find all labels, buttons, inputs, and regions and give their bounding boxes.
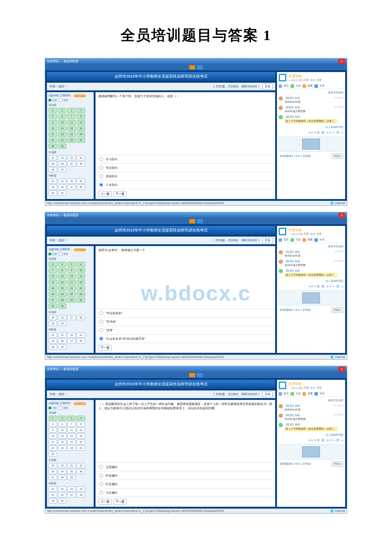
next-button[interactable]: 下一题 [113, 191, 127, 197]
answer-option[interactable]: 资源取向 [96, 172, 275, 180]
side-footer-button[interactable]: 开始心 [331, 153, 343, 159]
side-footer-button[interactable]: 开始心 [331, 461, 343, 467]
prev-button[interactable]: 上一题 [98, 191, 112, 197]
question-cell[interactable]: 31 [67, 463, 76, 468]
win-pill[interactable] [197, 65, 203, 69]
submit-button[interactable]: 交卷 [262, 84, 273, 90]
question-cell[interactable]: 29 [67, 298, 76, 303]
question-cell[interactable]: 5 [49, 114, 57, 119]
question-cell[interactable]: 29 [49, 463, 57, 468]
question-cell[interactable]: 39 [49, 167, 57, 172]
question-cell[interactable]: 41 [49, 332, 57, 338]
answer-option[interactable]: 职业偏向 [96, 471, 275, 480]
question-cell[interactable]: 33 [67, 155, 76, 160]
question-cell[interactable]: 35 [67, 469, 76, 474]
question-cell[interactable]: 36 [58, 315, 66, 320]
question-cell[interactable]: 32 [58, 304, 66, 309]
question-cell[interactable]: 46 [58, 492, 66, 497]
question-cell[interactable]: 1 [49, 108, 57, 113]
question-cell[interactable]: 47 [67, 492, 76, 497]
thumbnail[interactable] [302, 292, 320, 304]
question-cell[interactable]: 15 [67, 126, 76, 131]
question-cell[interactable]: 6 [58, 114, 66, 119]
question-cell[interactable]: 16 [77, 126, 85, 131]
question-cell[interactable]: 3 [67, 108, 76, 113]
question-cell[interactable]: 15 [67, 434, 76, 439]
side-more-link[interactable]: 更多发言动态 [279, 399, 343, 402]
option-radio[interactable] [99, 328, 103, 332]
question-cell[interactable]: 20 [58, 286, 66, 291]
question-cell[interactable]: 20 [77, 132, 85, 137]
question-cell[interactable]: 34 [58, 469, 66, 474]
side-tab[interactable]: 分享 [320, 238, 325, 242]
question-cell[interactable]: 47 [67, 338, 76, 344]
question-cell[interactable]: 17 [67, 280, 76, 285]
question-cell[interactable]: 48 [77, 338, 85, 344]
question-cell[interactable]: 22 [58, 445, 66, 451]
question-cell[interactable]: 7 [67, 422, 76, 427]
win-pill[interactable] [189, 373, 195, 377]
side-tab[interactable]: 日志 [296, 84, 301, 88]
option-radio[interactable] [99, 337, 103, 341]
question-cell[interactable]: 33 [49, 469, 57, 474]
feed-user[interactable]: 【联系】你好 [285, 405, 300, 407]
question-cell[interactable]: 38 [58, 475, 66, 480]
question-cell[interactable]: 25 [67, 292, 76, 297]
next-button[interactable]: 下一题 [113, 499, 127, 505]
question-cell[interactable]: 19 [49, 286, 57, 291]
question-cell[interactable]: 32 [58, 155, 66, 160]
option-radio[interactable] [99, 311, 103, 315]
option-radio[interactable] [99, 183, 103, 187]
feed-user[interactable]: 【联系】你好 [285, 260, 300, 263]
feed-user[interactable]: 【联系】你好 [285, 116, 300, 118]
question-cell[interactable]: 14 [77, 274, 85, 279]
option-radio[interactable] [99, 491, 103, 494]
thumbnail[interactable] [302, 446, 320, 457]
question-cell[interactable]: 40 [58, 167, 66, 172]
close-icon[interactable]: × [338, 213, 345, 218]
question-cell[interactable]: 45 [49, 185, 57, 190]
question-cell[interactable]: 19 [67, 439, 76, 445]
question-cell[interactable]: 10 [58, 428, 66, 433]
side-tab[interactable]: 相册 [308, 84, 313, 88]
question-cell[interactable]: 8 [58, 268, 66, 273]
question-cell[interactable]: 10 [77, 268, 85, 273]
prev-button[interactable]: 上一题 [98, 499, 112, 505]
question-cell[interactable]: 50 [58, 191, 66, 196]
question-cell[interactable]: 30 [77, 298, 85, 303]
question-cell[interactable]: 42 [58, 179, 66, 184]
question-cell[interactable]: 3 [67, 416, 76, 421]
option-radio[interactable] [99, 320, 103, 324]
question-cell[interactable]: 7 [49, 268, 57, 273]
question-cell[interactable]: 24 [77, 445, 85, 451]
question-cell[interactable]: 44 [77, 486, 85, 491]
question-cell[interactable]: 39 [67, 475, 76, 480]
side-tab[interactable]: 分享 [320, 392, 325, 396]
next-button[interactable]: 下一题 [98, 345, 112, 351]
side-tab[interactable]: 相册 [308, 238, 313, 242]
question-cell[interactable]: 9 [49, 428, 57, 433]
thumbnail[interactable] [302, 139, 320, 150]
answer-option[interactable]: 人本取向 [96, 180, 275, 189]
win-pill[interactable] [197, 373, 203, 377]
question-cell[interactable]: 12 [58, 274, 66, 279]
question-cell[interactable]: 16 [77, 434, 85, 439]
question-cell[interactable]: 26 [58, 144, 66, 149]
win-pill[interactable] [189, 219, 195, 223]
question-cell[interactable]: 22 [58, 138, 66, 143]
answer-option[interactable]: “社会改革者”或“政治的教育者” [96, 334, 275, 343]
question-cell[interactable]: 17 [49, 439, 57, 445]
question-cell[interactable]: 17 [49, 132, 57, 137]
question-cell[interactable]: 43 [67, 179, 76, 184]
question-cell[interactable]: 11 [67, 120, 76, 125]
question-cell[interactable]: 22 [77, 286, 85, 291]
side-tab[interactable]: 相册 [308, 392, 313, 396]
question-cell[interactable]: 42 [58, 332, 66, 338]
side-more-link[interactable]: 更多发言动态 [279, 245, 343, 249]
question-cell[interactable]: 41 [49, 486, 57, 491]
question-cell[interactable]: 23 [49, 292, 57, 297]
question-cell[interactable]: 14 [58, 434, 66, 439]
question-cell[interactable]: 15 [49, 280, 57, 285]
side-tab[interactable]: 日志 [296, 392, 301, 396]
question-cell[interactable]: 4 [77, 416, 85, 421]
